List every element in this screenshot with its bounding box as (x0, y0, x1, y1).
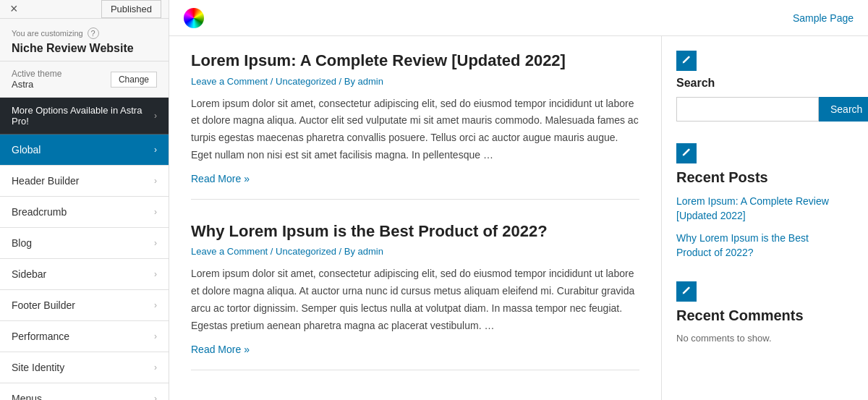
menu-item-label: Menus (12, 393, 42, 400)
article-2-meta: Leave a Comment / Uncategorized / By adm… (191, 246, 639, 257)
recent-comments-edit-icon[interactable] (676, 281, 697, 302)
article-1-author[interactable]: admin (358, 76, 383, 87)
menu-item-label: Breadcrumb (12, 206, 67, 218)
site-logo (184, 8, 204, 28)
change-theme-button[interactable]: Change (111, 72, 157, 88)
recent-comments-title: Recent Comments (676, 307, 835, 324)
menu-item-label: Site Identity (12, 362, 64, 373)
no-comments-text: No comments to show. (676, 333, 835, 344)
article-2-author[interactable]: admin (358, 246, 383, 257)
sidebar-item-blog[interactable]: Blog › (0, 228, 169, 259)
help-icon[interactable]: ? (88, 27, 99, 39)
theme-name: Astra (12, 79, 61, 90)
recent-posts-title: Recent Posts (676, 169, 835, 186)
menu-item-label: Header Builder (12, 175, 79, 187)
recent-comments-widget: Recent Comments No comments to show. (676, 281, 835, 344)
site-header: Sample Page (169, 0, 868, 36)
sidebar-item-sidebar[interactable]: Sidebar › (0, 259, 169, 290)
chevron-right-icon: › (154, 176, 157, 186)
recent-post-1[interactable]: Lorem Ipsum: A Complete Review [Updated … (676, 195, 835, 223)
recent-post-2[interactable]: Why Lorem Ipsum is the Best Product of 2… (676, 231, 835, 260)
article-2-excerpt: Lorem ipsum dolor sit amet, consectetur … (191, 265, 639, 334)
astra-pro-label: More Options Available in Astra Pro! (12, 105, 154, 127)
chevron-right-icon: › (154, 207, 157, 217)
search-bar: Search (676, 97, 835, 122)
chevron-right-icon: › (154, 269, 157, 279)
customizer-panel: × Published You are customizing ? Niche … (0, 0, 169, 400)
menu-item-label: Footer Builder (12, 299, 75, 311)
chevron-right-icon: › (154, 238, 157, 248)
customizer-menu: Global › Header Builder › Breadcrumb › B… (0, 135, 169, 400)
menu-item-label: Sidebar (12, 268, 46, 280)
theme-row: Active theme Astra Change (0, 61, 169, 98)
chevron-right-icon: › (154, 393, 157, 400)
article-1-leave-comment[interactable]: Leave a Comment (191, 76, 268, 87)
chevron-right-icon: › (154, 331, 157, 341)
chevron-right-icon: › (154, 300, 157, 310)
article-1-excerpt: Lorem ipsum dolor sit amet, consectetur … (191, 95, 639, 164)
sidebar-item-menus[interactable]: Menus › (0, 383, 169, 400)
article-2-title: Why Lorem Ipsum is the Best Product of 2… (191, 221, 639, 242)
sidebar-item-header-builder[interactable]: Header Builder › (0, 166, 169, 197)
article-1-category[interactable]: Uncategorized (276, 76, 336, 87)
recent-posts-widget: Recent Posts Lorem Ipsum: A Complete Rev… (676, 143, 835, 260)
menu-item-label: Blog (12, 237, 32, 249)
article-2-read-more[interactable]: Read More » (191, 344, 250, 355)
article-2-leave-comment[interactable]: Leave a Comment (191, 246, 268, 257)
article-2-category[interactable]: Uncategorized (276, 246, 336, 257)
published-button[interactable]: Published (101, 0, 161, 18)
sidebar-item-site-identity[interactable]: Site Identity › (0, 352, 169, 383)
search-widget: Search Search (676, 51, 835, 122)
search-widget-title: Search (676, 77, 835, 90)
astra-pro-banner[interactable]: More Options Available in Astra Pro! › (0, 98, 169, 135)
sidebar-item-performance[interactable]: Performance › (0, 321, 169, 352)
sidebar-item-global[interactable]: Global › (0, 135, 169, 166)
site-preview: Sample Page Lorem Ipsum: A Complete Revi… (169, 0, 868, 400)
menu-item-label: Performance (12, 331, 69, 342)
article-1-title: Lorem Ipsum: A Complete Review [Updated … (191, 51, 639, 72)
theme-info: Active theme Astra (12, 69, 61, 90)
sidebar-item-breadcrumb[interactable]: Breadcrumb › (0, 197, 169, 228)
chevron-right-icon: › (154, 111, 157, 121)
menu-item-label: Global (12, 144, 41, 156)
customizing-label: You are customizing ? (12, 27, 157, 39)
chevron-right-icon: › (154, 362, 157, 373)
customizer-info: You are customizing ? Niche Review Websi… (0, 19, 169, 61)
chevron-right-icon: › (154, 145, 157, 155)
pencil-icon (681, 56, 692, 66)
article-1-meta: Leave a Comment / Uncategorized / By adm… (191, 76, 639, 87)
search-widget-edit-icon[interactable] (676, 51, 697, 71)
article-1-read-more[interactable]: Read More » (191, 173, 250, 184)
recent-posts-edit-icon[interactable] (676, 143, 697, 163)
customizer-header: × Published (0, 0, 169, 19)
close-button[interactable]: × (7, 1, 21, 17)
search-button[interactable]: Search (819, 97, 868, 122)
main-articles: Lorem Ipsum: A Complete Review [Updated … (169, 36, 661, 400)
sidebar-widgets: Search Search Recent Posts Lorem Ipsum: … (661, 36, 849, 400)
pencil-icon (681, 148, 692, 158)
article-2: Why Lorem Ipsum is the Best Product of 2… (191, 221, 639, 370)
sidebar-item-footer-builder[interactable]: Footer Builder › (0, 290, 169, 321)
article-1: Lorem Ipsum: A Complete Review [Updated … (191, 51, 639, 200)
content-wrapper: Lorem Ipsum: A Complete Review [Updated … (169, 36, 868, 400)
search-input[interactable] (676, 97, 819, 122)
theme-label: Active theme (12, 69, 61, 79)
pencil-icon (681, 286, 692, 297)
sample-page-link[interactable]: Sample Page (793, 12, 854, 24)
site-name: Niche Review Website (12, 42, 157, 55)
